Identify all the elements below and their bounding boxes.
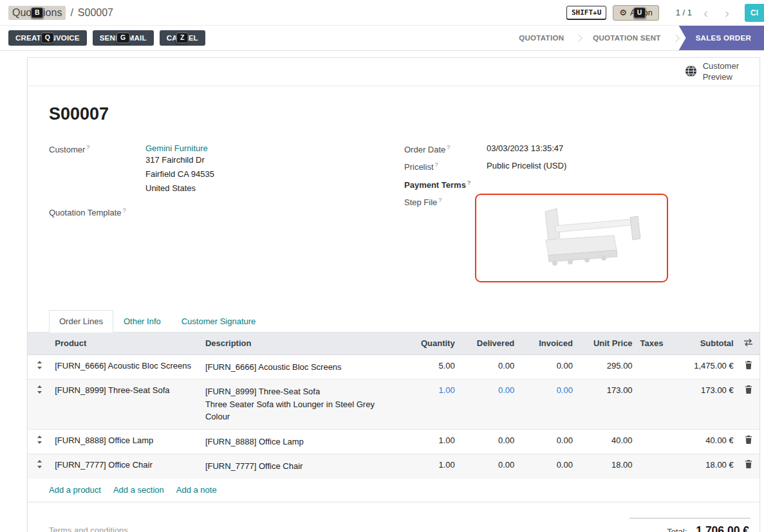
order-line-quantity[interactable]: 1.00 <box>399 429 459 454</box>
delete-line-icon[interactable] <box>745 385 752 396</box>
tab-other-info[interactable]: Other Info <box>113 310 171 333</box>
customer-link[interactable]: Gemini Furniture <box>145 143 208 153</box>
order-line-quantity[interactable]: 1.00 <box>399 380 459 430</box>
breadcrumb-quotations-link[interactable]: Quotations B <box>8 6 66 20</box>
order-line-invoiced[interactable]: 0.00 <box>518 380 577 430</box>
field-quotation-template[interactable]: Quotation Template? <box>49 206 404 217</box>
subtotal-column-header[interactable]: Subtotal <box>669 333 738 355</box>
action-menu-button[interactable]: ⚙ Action U <box>613 5 658 21</box>
order-line-unit-price[interactable]: 295.00 <box>577 354 637 380</box>
order-line-taxes[interactable] <box>637 429 669 454</box>
statusbar: QUOTATION QUOTATION SENT SALES ORDER <box>508 26 764 50</box>
pricelist-value[interactable]: Public Pricelist (USD) <box>487 161 566 172</box>
field-order-date: Order Date? 03/03/2023 13:35:47 <box>404 143 759 154</box>
order-line-description[interactable]: [FURN_8888] Office Lamp <box>201 429 399 454</box>
order-line-subtotal: 40.00 € <box>669 429 738 454</box>
table-header-row: Product Description Quantity Delivered I… <box>28 333 759 355</box>
action-buttons-group: CREATE INVOICE Q SEND EMAIL G CANCEL Z <box>8 30 205 46</box>
customer-preview-button[interactable]: Customer Preview <box>681 60 743 83</box>
drag-handle-icon[interactable] <box>37 361 42 371</box>
delivered-column-header[interactable]: Delivered <box>459 333 519 355</box>
description-column-header[interactable]: Description <box>201 333 399 355</box>
order-line-product[interactable]: [FURN_8888] Office Lamp <box>51 429 201 454</box>
tab-customer-signature[interactable]: Customer Signature <box>171 310 266 333</box>
total-value: 1,706.00 € <box>696 524 749 532</box>
order-line-quantity[interactable]: 5.00 <box>399 354 459 380</box>
field-column-right: Order Date? 03/03/2023 13:35:47 Pricelis… <box>404 143 759 289</box>
tab-order-lines[interactable]: Order Lines <box>49 310 113 333</box>
pager-previous-icon[interactable]: ‹ <box>698 6 713 19</box>
order-line-description[interactable]: [FURN_8999] Three-Seat SofaThree Seater … <box>201 380 399 430</box>
add-product-link[interactable]: Add a product <box>49 485 101 495</box>
pricelist-label: Pricelist? <box>404 161 487 172</box>
stage-quotation-sent[interactable]: QUOTATION SENT <box>582 26 671 50</box>
pager-next-icon[interactable]: › <box>720 6 734 19</box>
order-line-delivered[interactable]: 0.00 <box>459 380 519 430</box>
close-button[interactable]: Cl <box>745 4 764 22</box>
order-line-unit-price[interactable]: 40.00 <box>577 429 637 454</box>
help-icon: ? <box>435 161 438 168</box>
field-grid: Customer? Gemini Furniture 317 Fairchild… <box>49 143 759 289</box>
drag-handle-icon[interactable] <box>37 460 42 470</box>
optional-columns-header <box>738 333 759 355</box>
order-line-product[interactable]: [FURN_8999] Three-Seat Sofa <box>51 380 201 430</box>
top-navbar: Quotations B / S00007 SHIFT+U ⚙ Action U… <box>0 0 764 26</box>
help-icon: ? <box>86 144 89 151</box>
order-line-description[interactable]: [FURN_6666] Acoustic Bloc Screens <box>201 354 399 380</box>
order-line-invoiced[interactable]: 0.00 <box>518 429 577 454</box>
order-line-taxes[interactable] <box>637 354 669 380</box>
delete-line-icon[interactable] <box>745 460 752 470</box>
customer-address: 317 Fairchild Dr Fairfield CA 94535 Unit… <box>145 153 214 195</box>
page-title: S00007 <box>49 104 759 124</box>
field-customer: Customer? Gemini Furniture 317 Fairchild… <box>49 143 404 195</box>
invoiced-column-header[interactable]: Invoiced <box>518 333 577 355</box>
order-line-taxes[interactable] <box>637 380 669 430</box>
gear-icon: ⚙ <box>619 8 627 17</box>
line-add-links: Add a product Add a section Add a note <box>28 479 759 502</box>
add-note-link[interactable]: Add a note <box>176 485 217 495</box>
order-line-delivered[interactable]: 0.00 <box>459 429 519 454</box>
order-line-delivered[interactable]: 0.00 <box>459 354 519 380</box>
navbar-right-group: SHIFT+U ⚙ Action U 1 / 1 ‹ › Cl <box>566 4 764 22</box>
create-invoice-button[interactable]: CREATE INVOICE Q <box>8 30 87 46</box>
order-line-invoiced[interactable]: 0.00 <box>518 354 577 380</box>
globe-icon <box>685 65 697 79</box>
field-payment-terms[interactable]: Payment Terms? <box>404 179 759 190</box>
order-line-row: [FURN_8999] Three-Seat Sofa [FURN_8999] … <box>28 380 759 430</box>
stage-quotation[interactable]: QUOTATION <box>508 26 575 50</box>
order-line-product[interactable]: [FURN_6666] Acoustic Bloc Screens <box>51 354 201 380</box>
quantity-column-header[interactable]: Quantity <box>399 333 459 355</box>
delete-line-icon[interactable] <box>745 436 752 446</box>
add-section-link[interactable]: Add a section <box>113 485 164 495</box>
terms-and-conditions-field[interactable]: Terms and conditions... <box>49 518 135 532</box>
drag-handle-icon[interactable] <box>37 385 42 396</box>
delete-line-icon[interactable] <box>745 361 752 371</box>
step-file-3d-preview <box>483 199 660 277</box>
unit-price-column-header[interactable]: Unit Price <box>577 333 637 355</box>
order-line-unit-price[interactable]: 173.00 <box>577 380 637 430</box>
order-lines-table: Product Description Quantity Delivered I… <box>28 333 759 479</box>
order-line-row: [FURN_6666] Acoustic Bloc Screens [FURN_… <box>28 354 759 380</box>
form-sheet: Customer Preview S00007 Customer? Gemini… <box>27 57 760 532</box>
taxes-column-header[interactable]: Taxes <box>637 333 669 355</box>
order-line-unit-price[interactable]: 18.00 <box>577 454 637 479</box>
order-total: Total: 1,706.00 € <box>629 518 750 532</box>
order-line-invoiced[interactable]: 0.00 <box>518 454 577 479</box>
product-column-header[interactable]: Product <box>51 333 201 355</box>
order-date-value[interactable]: 03/03/2023 13:35:47 <box>487 143 563 154</box>
order-line-taxes[interactable] <box>637 454 669 479</box>
field-column-left: Customer? Gemini Furniture 317 Fairchild… <box>49 143 404 225</box>
order-line-product[interactable]: [FURN_7777] Office Chair <box>51 454 201 479</box>
order-line-delivered[interactable]: 0.00 <box>459 454 519 479</box>
drag-handle-icon[interactable] <box>37 436 42 446</box>
field-pricelist: Pricelist? Public Pricelist (USD) <box>404 161 759 172</box>
send-email-button[interactable]: SEND EMAIL G <box>93 30 154 46</box>
stage-sales-order[interactable]: SALES ORDER <box>679 26 764 50</box>
help-icon: ? <box>123 207 126 214</box>
optional-columns-icon[interactable] <box>743 338 753 349</box>
help-icon: ? <box>467 179 471 186</box>
order-line-description[interactable]: [FURN_7777] Office Chair <box>201 454 399 479</box>
order-line-quantity[interactable]: 1.00 <box>399 454 459 479</box>
cancel-button[interactable]: CANCEL Z <box>160 30 205 46</box>
order-line-subtotal: 18.00 € <box>669 454 738 479</box>
